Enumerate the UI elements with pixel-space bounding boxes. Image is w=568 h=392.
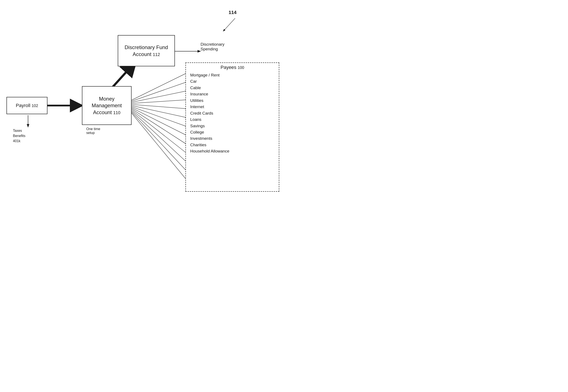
svg-line-15 xyxy=(132,108,188,136)
list-item: Internet xyxy=(190,104,274,110)
list-item: Charities xyxy=(190,142,274,148)
discretionary-box-label: Discretionary FundAccount 112 xyxy=(125,44,168,57)
list-item: College xyxy=(190,129,274,135)
svg-line-14 xyxy=(132,107,188,127)
svg-line-12 xyxy=(132,104,188,109)
discretionary-box: Discretionary FundAccount 112 xyxy=(118,35,175,66)
list-item: Cable xyxy=(190,85,274,91)
svg-line-9 xyxy=(132,82,188,101)
list-item: Credit Cards xyxy=(190,110,274,116)
list-item: Mortgage / Rent xyxy=(190,72,274,78)
svg-line-19 xyxy=(132,112,188,172)
mma-box: MoneyManagementAccount 110 xyxy=(82,86,132,125)
payroll-box: Payroll 102 xyxy=(6,97,47,114)
list-item: Car xyxy=(190,78,274,84)
list-item: Utilities xyxy=(190,97,274,104)
list-item: Savings xyxy=(190,123,274,129)
svg-line-20 xyxy=(132,113,188,181)
payees-box: Payees 100 Mortgage / Rent Car Cable Ins… xyxy=(185,62,279,192)
mma-label: MoneyManagementAccount 110 xyxy=(92,95,122,116)
discretionary-spending-label: Discretionary Spending xyxy=(201,42,224,52)
diagram-container: Payroll 102 Taxes Benefits 401k MoneyMan… xyxy=(0,0,284,196)
list-item: Household Allowance xyxy=(190,148,274,154)
payees-title: Payees 100 xyxy=(186,63,279,71)
svg-line-18 xyxy=(132,111,188,163)
ref-114: 114 xyxy=(229,10,237,15)
list-item: Loans xyxy=(190,116,274,123)
payroll-deductions-label: Taxes Benefits 401k xyxy=(13,128,25,144)
payees-list: Mortgage / Rent Car Cable Insurance Util… xyxy=(186,71,279,156)
svg-line-17 xyxy=(132,110,188,154)
payroll-label: Payroll 102 xyxy=(16,102,38,109)
list-item: Insurance xyxy=(190,91,274,97)
svg-line-11 xyxy=(132,100,188,103)
svg-line-16 xyxy=(132,109,188,145)
mma-subtitle: One time setup xyxy=(86,127,100,135)
list-item: Investments xyxy=(190,135,274,141)
svg-line-8 xyxy=(132,73,188,100)
svg-line-7 xyxy=(223,18,235,31)
svg-line-10 xyxy=(132,91,188,102)
svg-line-13 xyxy=(132,106,188,118)
